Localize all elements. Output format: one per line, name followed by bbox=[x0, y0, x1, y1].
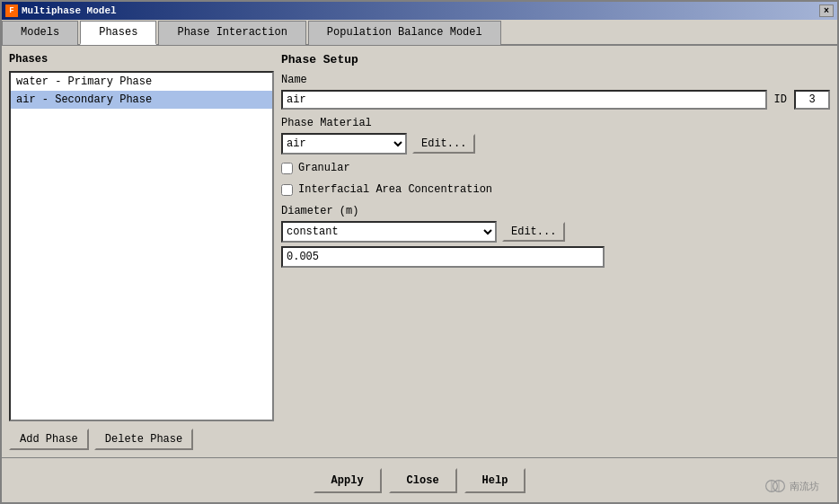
tabs-bar: Models Phases Phase Interaction Populati… bbox=[2, 20, 837, 46]
diameter-section: Diameter (m) constant Edit... bbox=[281, 205, 830, 268]
name-input[interactable] bbox=[281, 90, 767, 110]
tab-population-balance[interactable]: Population Balance Model bbox=[308, 21, 501, 45]
help-button[interactable]: Help bbox=[464, 468, 526, 493]
title-bar-left: F Multiphase Model bbox=[5, 4, 117, 17]
phase-material-select[interactable]: air bbox=[281, 133, 407, 155]
main-window: F Multiphase Model × Models Phases Phase… bbox=[0, 0, 839, 504]
phase-material-section: Phase Material air Edit... bbox=[281, 117, 830, 155]
close-button[interactable]: × bbox=[819, 4, 834, 17]
bottom-bar: Apply Close Help 南流坊 bbox=[2, 457, 837, 502]
right-panel: Phase Setup Name ID Phase Material air E… bbox=[281, 53, 830, 450]
diameter-label: Diameter (m) bbox=[281, 205, 830, 217]
phase-item-air[interactable]: air - Secondary Phase bbox=[11, 91, 272, 109]
apply-button[interactable]: Apply bbox=[314, 468, 382, 493]
name-label: Name bbox=[281, 74, 830, 86]
watermark-text: 南流坊 bbox=[790, 480, 819, 493]
phase-item-water[interactable]: water - Primary Phase bbox=[11, 73, 272, 91]
interfacial-label: Interfacial Area Concentration bbox=[298, 183, 492, 196]
phase-material-row: air Edit... bbox=[281, 133, 830, 155]
id-input[interactable] bbox=[794, 90, 830, 110]
name-section: Name ID bbox=[281, 74, 830, 110]
tab-models[interactable]: Models bbox=[2, 21, 78, 45]
add-phase-button[interactable]: Add Phase bbox=[9, 429, 89, 450]
watermark: 南流坊 bbox=[764, 477, 819, 495]
phase-setup-title: Phase Setup bbox=[281, 53, 830, 66]
left-panel: Phases water - Primary Phase air - Secon… bbox=[9, 53, 274, 450]
edit-diameter-button[interactable]: Edit... bbox=[502, 222, 565, 242]
delete-phase-button[interactable]: Delete Phase bbox=[94, 429, 193, 450]
close-dialog-button[interactable]: Close bbox=[389, 468, 457, 493]
left-buttons: Add Phase Delete Phase bbox=[9, 429, 274, 450]
interfacial-row: Interfacial Area Concentration bbox=[281, 183, 830, 196]
granular-checkbox[interactable] bbox=[281, 163, 293, 174]
watermark-icon bbox=[764, 477, 786, 495]
edit-material-button[interactable]: Edit... bbox=[412, 134, 475, 154]
granular-label: Granular bbox=[298, 162, 350, 174]
name-row: ID bbox=[281, 90, 830, 110]
phases-list: water - Primary Phase air - Secondary Ph… bbox=[9, 71, 274, 421]
phases-title: Phases bbox=[9, 53, 274, 66]
tab-phase-interaction[interactable]: Phase Interaction bbox=[158, 21, 305, 45]
app-icon: F bbox=[5, 4, 18, 17]
id-label: ID bbox=[774, 93, 787, 106]
phase-material-label: Phase Material bbox=[281, 117, 830, 129]
diameter-method-row: constant Edit... bbox=[281, 221, 830, 243]
interfacial-checkbox[interactable] bbox=[281, 184, 293, 196]
diameter-method-select[interactable]: constant bbox=[281, 221, 497, 243]
tab-phases[interactable]: Phases bbox=[80, 21, 156, 45]
window-title: Multiphase Model bbox=[22, 5, 117, 16]
content-area: Phases water - Primary Phase air - Secon… bbox=[2, 46, 837, 457]
diameter-value-input[interactable] bbox=[281, 246, 605, 268]
granular-row: Granular bbox=[281, 162, 830, 174]
title-bar: F Multiphase Model × bbox=[2, 2, 837, 20]
